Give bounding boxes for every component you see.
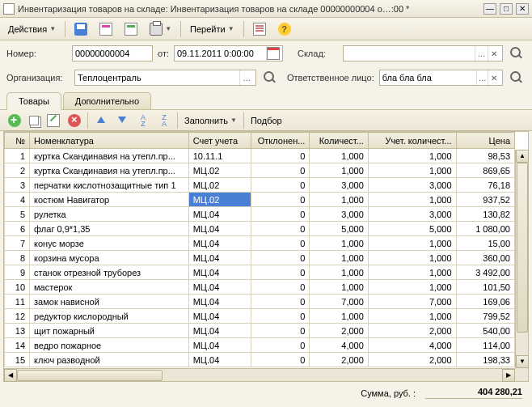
cell-price[interactable]: 198,33 <box>456 353 514 367</box>
row-delete-button[interactable] <box>65 112 84 129</box>
cell-qty[interactable]: 1,000 <box>310 163 368 178</box>
fill-menu[interactable]: Заполнить ▼ <box>181 112 240 129</box>
cell-price[interactable]: 101,50 <box>456 280 514 295</box>
go-menu[interactable]: Перейти ▼ <box>185 20 239 38</box>
cell-acc[interactable]: МЦ.04 <box>188 353 251 367</box>
cell-qty[interactable]: 3,000 <box>310 207 368 222</box>
cell-nom[interactable]: щит пожарный <box>30 324 189 338</box>
cell-n[interactable]: 10 <box>5 280 30 295</box>
cell-n[interactable]: 3 <box>5 178 30 193</box>
cell-dev[interactable]: 0 <box>251 280 310 295</box>
cell-acc[interactable]: МЦ.04 <box>188 295 251 309</box>
date-input[interactable] <box>174 45 283 61</box>
cell-dev[interactable]: 0 <box>251 338 310 353</box>
cell-aqty[interactable]: 1,000 <box>368 163 456 178</box>
tab-extra[interactable]: Дополнительно <box>63 92 151 109</box>
table-row[interactable]: 10мастерокМЦ.0401,0001,000101,50 <box>5 280 515 295</box>
table-row[interactable]: 11замок нависнойМЦ.0407,0007,000169,06 <box>5 295 515 309</box>
cell-n[interactable]: 8 <box>5 251 30 265</box>
cell-dev[interactable]: 0 <box>251 163 310 178</box>
scroll-down-button[interactable]: ▼ <box>516 355 529 368</box>
warehouse-field[interactable] <box>346 49 475 58</box>
horizontal-scrollbar[interactable]: ◀ ▶ <box>4 368 515 381</box>
close-button[interactable]: ✕ <box>516 3 529 15</box>
cell-dev[interactable]: 0 <box>251 193 310 207</box>
cell-nom[interactable]: станок отрезной труборез <box>30 265 189 280</box>
cell-n[interactable]: 15 <box>5 353 30 367</box>
date-field[interactable] <box>177 49 266 58</box>
cell-nom[interactable]: замок нависной <box>30 295 189 309</box>
cell-dev[interactable]: 0 <box>251 222 310 236</box>
doc-action-1[interactable] <box>95 20 117 38</box>
cell-aqty[interactable]: 1,000 <box>368 309 456 324</box>
cell-nom[interactable]: куртка Скандинавия на утепл.пр... <box>30 163 189 178</box>
cell-price[interactable]: 15,00 <box>456 236 514 251</box>
table-row[interactable]: 9станок отрезной труборезМЦ.0401,0001,00… <box>5 265 515 280</box>
cell-aqty[interactable]: 2,000 <box>368 324 456 338</box>
cell-price[interactable]: 360,00 <box>456 251 514 265</box>
table-row[interactable]: 7конус морзеМЦ.0401,0001,00015,00 <box>5 236 515 251</box>
warehouse-clear-button[interactable]: ✕ <box>488 46 500 61</box>
cell-acc[interactable]: МЦ.04 <box>188 324 251 338</box>
cell-price[interactable]: 114,00 <box>456 338 514 353</box>
cell-acc[interactable]: МЦ.02 <box>188 163 251 178</box>
cell-dev[interactable]: 0 <box>251 295 310 309</box>
print-menu[interactable]: ▼ <box>145 20 176 38</box>
org-select-button[interactable]: … <box>239 70 253 85</box>
col-deviation[interactable]: Отклонен... <box>251 133 310 149</box>
org-input[interactable]: … <box>74 70 256 86</box>
scroll-track[interactable] <box>17 369 502 381</box>
cell-qty[interactable]: 2,000 <box>310 353 368 367</box>
cell-qty[interactable]: 5,000 <box>310 222 368 236</box>
cell-qty[interactable]: 1,000 <box>310 251 368 265</box>
cell-nom[interactable]: корзина мусора <box>30 251 189 265</box>
cell-n[interactable]: 1 <box>5 149 30 163</box>
row-down-button[interactable] <box>112 112 132 129</box>
cell-aqty[interactable]: 3,000 <box>368 207 456 222</box>
list-button[interactable] <box>248 20 271 38</box>
col-quantity[interactable]: Количест... <box>310 133 368 149</box>
doc-action-2[interactable] <box>120 20 142 38</box>
cell-nom[interactable]: перчатки кислотнозащитные тип 1 <box>30 178 189 193</box>
cell-qty[interactable]: 3,000 <box>310 178 368 193</box>
table-row[interactable]: 12редуктор кислородныйМЦ.0401,0001,00079… <box>5 309 515 324</box>
cell-acc[interactable]: МЦ.04 <box>188 207 251 222</box>
cell-acc[interactable]: 10.11.1 <box>188 149 251 163</box>
actions-menu[interactable]: Действия ▼ <box>3 20 61 38</box>
warehouse-input[interactable]: … ✕ <box>343 45 503 61</box>
warehouse-find-button[interactable] <box>508 45 526 62</box>
cell-price[interactable]: 98,53 <box>456 149 514 163</box>
cell-n[interactable]: 2 <box>5 163 30 178</box>
resp-field[interactable] <box>382 73 476 83</box>
cell-n[interactable]: 9 <box>5 265 30 280</box>
cell-acc[interactable]: МЦ.04 <box>188 236 251 251</box>
cell-acc[interactable]: МЦ.04 <box>188 338 251 353</box>
cell-aqty[interactable]: 1,000 <box>368 280 456 295</box>
maximize-button[interactable]: □ <box>500 3 513 15</box>
cell-price[interactable]: 76,18 <box>456 178 514 193</box>
resp-select-button[interactable]: … <box>476 70 488 85</box>
table-row[interactable]: 14ведро пожарноеМЦ.0404,0004,000114,00 <box>5 338 515 353</box>
cell-price[interactable]: 169,06 <box>456 295 514 309</box>
cell-n[interactable]: 6 <box>5 222 30 236</box>
cell-qty[interactable]: 1,000 <box>310 149 368 163</box>
row-edit-button[interactable] <box>44 112 63 129</box>
scroll-left-button[interactable]: ◀ <box>4 369 17 382</box>
cell-aqty[interactable]: 1,000 <box>368 265 456 280</box>
col-price[interactable]: Цена <box>456 133 514 149</box>
cell-nom[interactable]: ключ разводной <box>30 353 189 367</box>
number-field[interactable] <box>75 49 150 58</box>
sort-desc-button[interactable]: ZA <box>154 112 174 129</box>
cell-dev[interactable]: 0 <box>251 324 310 338</box>
cell-qty[interactable]: 1,000 <box>310 236 368 251</box>
cell-qty[interactable]: 7,000 <box>310 295 368 309</box>
col-nomenclature[interactable]: Номенклатура <box>30 133 189 149</box>
save-button[interactable] <box>70 20 92 38</box>
cell-nom[interactable]: мастерок <box>30 280 189 295</box>
cell-n[interactable]: 12 <box>5 309 30 324</box>
scroll-track[interactable] <box>516 163 528 355</box>
table-row[interactable]: 15ключ разводнойМЦ.0402,0002,000198,33 <box>5 353 515 367</box>
number-input[interactable] <box>72 45 153 61</box>
col-account[interactable]: Счет учета <box>188 133 251 149</box>
calendar-button[interactable] <box>266 46 280 61</box>
